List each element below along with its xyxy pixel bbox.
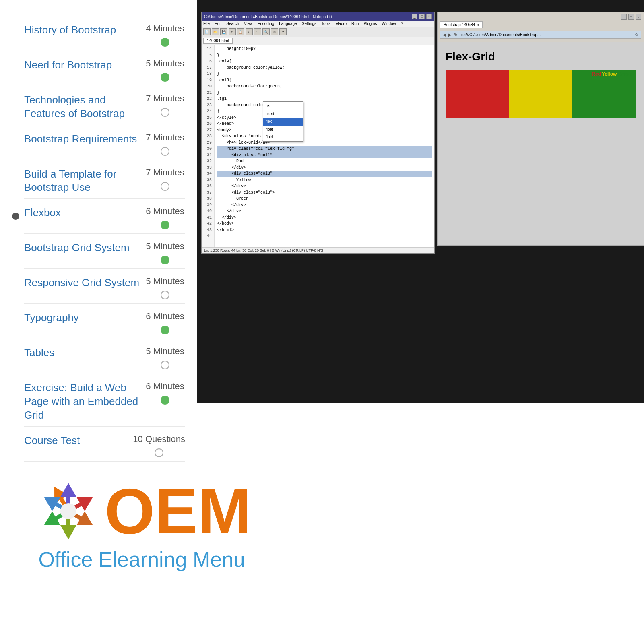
code-line: background-color:gray; — [217, 102, 432, 109]
line-number: 20 — [204, 83, 212, 90]
toolbar-btn-8[interactable]: 🔍 — [262, 28, 270, 35]
toolbar-btn-4[interactable]: ✂ — [229, 28, 236, 35]
browser-close-button[interactable]: × — [636, 14, 641, 20]
toolbar-btn-9[interactable]: ⚙ — [271, 28, 278, 35]
code-line: background-color:green; — [217, 83, 432, 90]
browser-tab-close[interactable]: × — [477, 23, 479, 27]
browser-forward-button[interactable]: ▶ — [448, 33, 452, 37]
menu-item-window[interactable]: Window — [382, 21, 396, 26]
autocomplete-item[interactable]: float — [263, 126, 303, 134]
sidebar-item-title: Typography — [24, 311, 145, 325]
line-number: 41 — [204, 215, 212, 221]
toolbar-btn-7[interactable]: ↪ — [254, 28, 261, 35]
toolbar-btn-10[interactable]: ? — [279, 28, 287, 35]
code-line: </head> — [217, 121, 432, 127]
menu-item-settings[interactable]: Settings — [302, 21, 316, 26]
sidebar-duration: 5 Minutes — [146, 58, 184, 69]
sidebar-item-need[interactable]: Need for Bootstrap 5 Minutes — [24, 51, 185, 86]
code-line: <div class="col3" — [217, 171, 432, 177]
sidebar-status-dot — [161, 326, 169, 334]
sidebar-item-requirements[interactable]: Bootstrap Requirements 7 Minutes — [24, 125, 185, 160]
browser-refresh-button[interactable]: ↻ — [454, 33, 457, 37]
autocomplete-item[interactable]: fixed — [263, 110, 303, 118]
browser-back-button[interactable]: ◀ — [443, 33, 446, 37]
sidebar-item-right: 7 Minutes — [145, 93, 185, 117]
sidebar-item-history[interactable]: History of Bootstrap 4 Minutes — [24, 16, 185, 51]
sidebar-item-flexbox[interactable]: Flexbox 6 Minutes — [24, 199, 185, 234]
menu-item-macro[interactable]: Macro — [335, 21, 347, 26]
sidebar-item-right: 5 Minutes — [145, 241, 185, 264]
line-number: 38 — [204, 196, 212, 202]
code-line: </div> — [217, 215, 432, 221]
notepad-close-button[interactable]: × — [426, 14, 432, 19]
menu-item-?[interactable]: ? — [401, 21, 403, 26]
color-labels: Red Yellow Green — [592, 71, 632, 77]
notepad-maximize-button[interactable]: □ — [419, 14, 425, 19]
sidebar: History of Bootstrap 4 Minutes Need for … — [0, 0, 197, 402]
sidebar-item-technologies[interactable]: Technologies and Features of Bootstrap 7… — [24, 86, 185, 125]
menu-item-view[interactable]: View — [244, 21, 253, 26]
sidebar-item-right: 4 Minutes — [145, 23, 185, 47]
menu-item-plugins[interactable]: Plugins — [363, 21, 377, 26]
code-line: } — [217, 71, 432, 77]
sidebar-item-left: Bootstrap Requirements — [24, 132, 145, 146]
sidebar-item-title: Course Test — [24, 434, 133, 448]
sidebar-item-right: 7 Minutes — [145, 132, 185, 156]
sidebar-item-left: Course Test — [24, 434, 133, 448]
sidebar-item-grid[interactable]: Bootstrap Grid System 5 Minutes — [24, 234, 185, 269]
line-number: 33 — [204, 165, 212, 171]
menu-item-language[interactable]: Language — [279, 21, 297, 26]
notepad-tab[interactable]: 140064.html — [203, 38, 233, 44]
autocomplete-item[interactable]: fix — [263, 102, 303, 110]
sidebar-item-tables[interactable]: Tables 5 Minutes — [24, 339, 185, 374]
code-line: <body> — [217, 127, 432, 134]
line-number: 26 — [204, 121, 212, 127]
autocomplete-item[interactable]: flex — [263, 118, 303, 126]
notepad-title: C:\Users\Admin\Documents\Bootstrap Demos… — [204, 14, 333, 19]
code-content[interactable]: height:100px}.col9{ background-color:yel… — [215, 45, 434, 247]
browser-minimize-button[interactable]: _ — [621, 14, 627, 20]
menu-item-tools[interactable]: Tools — [321, 21, 330, 26]
menu-item-search[interactable]: Search — [226, 21, 239, 26]
code-line: </body> — [217, 221, 432, 227]
toolbar-btn-1[interactable]: 📄 — [203, 28, 211, 35]
sidebar-item-left: Bootstrap Grid System — [24, 241, 145, 255]
line-number: 25 — [204, 115, 212, 121]
menu-item-file[interactable]: File — [203, 21, 210, 26]
autocomplete-dropdown[interactable]: fixfixedflexfloatfluid — [263, 101, 303, 142]
menu-item-run[interactable]: Run — [351, 21, 359, 26]
sidebar-item-build[interactable]: Build a Template for Bootstrap Use 7 Min… — [24, 160, 185, 199]
sidebar-item-title: Bootstrap Requirements — [24, 132, 145, 146]
toolbar-btn-3[interactable]: 💾 — [220, 28, 227, 35]
line-number: 43 — [204, 227, 212, 233]
menu-item-edit[interactable]: Edit — [215, 21, 221, 26]
browser-maximize-button[interactable]: □ — [628, 14, 634, 20]
sidebar-duration: 6 Minutes — [146, 381, 184, 392]
sidebar-item-responsive[interactable]: Responsive Grid System 5 Minutes — [24, 269, 185, 304]
browser-chrome-top: _ □ × — [440, 14, 641, 20]
code-line: } — [217, 52, 432, 59]
code-line: Yellow — [217, 177, 432, 184]
sidebar-item-title: History of Bootstrap — [24, 23, 145, 37]
browser-tab[interactable]: Bootstrap 140x84 × — [440, 21, 483, 28]
code-line: background-color:yellow; — [217, 65, 432, 71]
sidebar-item-right: 6 Minutes — [145, 206, 185, 229]
color-box-red — [446, 70, 509, 118]
browser-address-text[interactable]: file:///C:/Users/Admin/Documents/Bootstr… — [460, 33, 632, 37]
toolbar-btn-2[interactable]: 📂 — [212, 28, 219, 35]
sidebar-item-test[interactable]: Course Test 10 Questions — [24, 427, 185, 462]
notepad-minimize-button[interactable]: _ — [412, 14, 417, 19]
sidebar-duration: 7 Minutes — [146, 93, 184, 104]
sidebar-item-exercise[interactable]: Exercise: Build a Web Page with an Embed… — [24, 374, 185, 426]
sidebar-item-title: Technologies and Features of Bootstrap — [24, 93, 145, 121]
line-number: 30 — [204, 146, 212, 152]
code-line: .tg1 — [217, 96, 432, 102]
code-line: <div class="col3"> — [217, 190, 432, 196]
toolbar-btn-5[interactable]: 📋 — [237, 28, 244, 35]
menu-item-encoding[interactable]: Encoding — [258, 21, 275, 26]
toolbar-btn-6[interactable]: ↩ — [246, 28, 253, 35]
autocomplete-item[interactable]: fluid — [263, 133, 303, 141]
sidebar-status-dot — [161, 396, 169, 405]
sidebar-item-left: Responsive Grid System — [24, 276, 145, 290]
sidebar-item-typography[interactable]: Typography 6 Minutes — [24, 304, 185, 339]
